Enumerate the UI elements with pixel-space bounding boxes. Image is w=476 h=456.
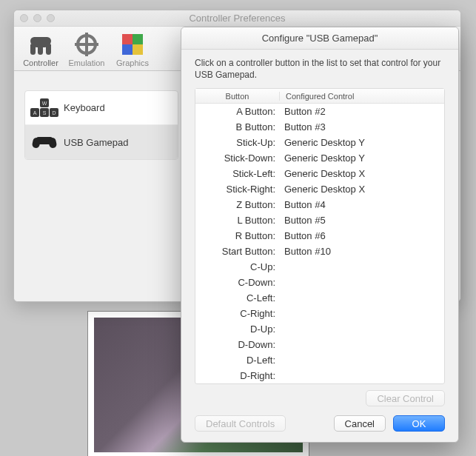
mapping-button-label: A Button: bbox=[195, 106, 280, 117]
mapping-button-label: Start Button: bbox=[195, 246, 280, 257]
mapping-button-label: Stick-Up: bbox=[195, 137, 280, 148]
titlebar: Controller Preferences bbox=[14, 10, 460, 27]
mapping-button-label: C-Down: bbox=[195, 277, 280, 288]
mapping-row[interactable]: R Button:Button #6 bbox=[195, 228, 444, 244]
tab-label: Controller bbox=[23, 58, 58, 67]
mapping-row[interactable]: D-Right: bbox=[195, 368, 444, 383]
mapping-row[interactable]: Stick-Right:Generic Desktop X bbox=[195, 181, 444, 197]
mapping-row[interactable]: Stick-Left:Generic Desktop X bbox=[195, 166, 444, 181]
mapping-row[interactable]: D-Up: bbox=[195, 321, 444, 337]
gear-icon bbox=[75, 33, 98, 56]
source-label: Keyboard bbox=[64, 102, 105, 113]
mapping-row[interactable]: C-Up: bbox=[195, 259, 444, 275]
mapping-control-value: Generic Desktop Y bbox=[280, 137, 444, 148]
dialog-hint: Click on a controller button in the list… bbox=[195, 57, 445, 81]
source-keyboard[interactable]: W ASD Keyboard bbox=[25, 91, 178, 125]
mapping-table: Button Configured Control A Button:Butto… bbox=[195, 88, 445, 384]
mapping-row[interactable]: C-Down: bbox=[195, 275, 444, 290]
dialog-title: Configure "USB Gamepad" bbox=[181, 27, 458, 50]
mapping-control-value: Button #10 bbox=[280, 246, 444, 257]
mapping-row[interactable]: Stick-Up:Generic Desktop Y bbox=[195, 135, 444, 150]
mapping-row[interactable]: Start Button:Button #10 bbox=[195, 244, 444, 259]
ok-button[interactable]: OK bbox=[393, 415, 445, 432]
mapping-row[interactable]: L Button:Button #5 bbox=[195, 212, 444, 228]
mapping-row[interactable]: D-Left: bbox=[195, 352, 444, 368]
col-button-header: Button bbox=[195, 92, 280, 101]
clear-control-button[interactable]: Clear Control bbox=[366, 390, 445, 406]
gamepad-icon bbox=[33, 133, 56, 151]
mapping-button-label: R Button: bbox=[195, 230, 280, 241]
controller-source-list: W ASD Keyboard USB Gamepad bbox=[24, 90, 178, 160]
default-controls-button[interactable]: Default Controls bbox=[195, 415, 286, 432]
mapping-button-label: B Button: bbox=[195, 121, 280, 133]
mapping-row[interactable]: C-Right: bbox=[195, 306, 444, 321]
mapping-control-value: Generic Desktop Y bbox=[280, 152, 444, 164]
color-grid-icon bbox=[121, 33, 144, 56]
mapping-control-value: Button #3 bbox=[280, 121, 444, 133]
mapping-control-value: Button #6 bbox=[280, 230, 444, 241]
mapping-button-label: Stick-Left: bbox=[195, 168, 280, 179]
cancel-button[interactable]: Cancel bbox=[334, 415, 386, 432]
tab-label: Graphics bbox=[116, 58, 149, 67]
mapping-button-label: C-Up: bbox=[195, 261, 280, 272]
mapping-button-label: D-Right: bbox=[195, 370, 280, 381]
tab-controller[interactable]: Controller bbox=[19, 27, 63, 69]
mapping-row[interactable]: A Button:Button #2 bbox=[195, 104, 444, 119]
mapping-control-value: Button #5 bbox=[280, 215, 444, 226]
window-title: Controller Preferences bbox=[14, 13, 460, 24]
mapping-button-label: Z Button: bbox=[195, 199, 280, 210]
keyboard-icon: W ASD bbox=[33, 99, 56, 117]
mapping-button-label: Stick-Down: bbox=[195, 152, 280, 164]
mapping-button-label: C-Left: bbox=[195, 292, 280, 304]
mapping-row[interactable]: D-Down: bbox=[195, 337, 444, 352]
configure-dialog: Configure "USB Gamepad" Click on a contr… bbox=[181, 27, 459, 443]
mapping-header: Button Configured Control bbox=[195, 89, 444, 104]
mapping-button-label: D-Left: bbox=[195, 355, 280, 366]
source-usb-gamepad[interactable]: USB Gamepad bbox=[25, 125, 178, 159]
col-control-header: Configured Control bbox=[280, 92, 444, 101]
mapping-row[interactable]: C-Left: bbox=[195, 290, 444, 306]
controller-icon bbox=[29, 33, 53, 56]
mapping-button-label: D-Down: bbox=[195, 339, 280, 350]
mapping-button-label: C-Right: bbox=[195, 308, 280, 319]
mapping-button-label: L Button: bbox=[195, 215, 280, 226]
mapping-control-value: Button #4 bbox=[280, 199, 444, 210]
mapping-button-label: Stick-Right: bbox=[195, 184, 280, 195]
mapping-button-label: D-Up: bbox=[195, 323, 280, 335]
mapping-row[interactable]: Z Button:Button #4 bbox=[195, 197, 444, 212]
mapping-control-value: Generic Desktop X bbox=[280, 168, 444, 179]
mapping-control-value: Button #2 bbox=[280, 106, 444, 117]
dialog-footer: Default Controls Cancel OK bbox=[181, 408, 458, 442]
mapping-control-value: Generic Desktop X bbox=[280, 184, 444, 195]
tab-label: Emulation bbox=[69, 58, 105, 67]
tab-graphics[interactable]: Graphics bbox=[110, 27, 155, 69]
source-label: USB Gamepad bbox=[64, 137, 128, 148]
mapping-row[interactable]: Stick-Down:Generic Desktop Y bbox=[195, 150, 444, 166]
tab-emulation[interactable]: Emulation bbox=[64, 27, 109, 69]
mapping-row[interactable]: B Button:Button #3 bbox=[195, 119, 444, 135]
